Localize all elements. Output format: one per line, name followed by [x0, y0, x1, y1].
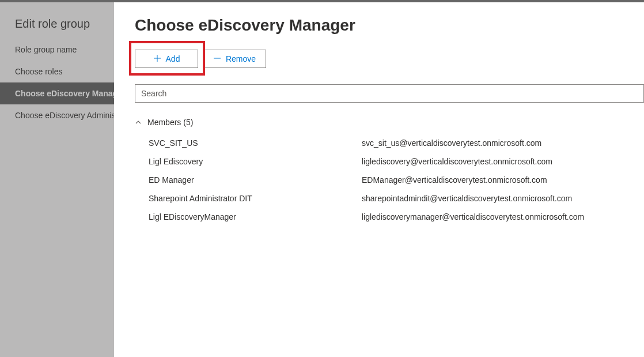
minus-icon	[213, 54, 221, 63]
add-button[interactable]: Add	[135, 50, 198, 68]
toolbar: Add Remove	[135, 50, 644, 68]
main-panel: Choose eDiscovery Manager Add Remove	[114, 2, 644, 357]
member-name: Ligl Ediscovery	[149, 157, 362, 166]
member-name: SVC_SIT_US	[149, 138, 362, 148]
remove-button-label: Remove	[226, 54, 256, 63]
list-item[interactable]: ED Manager EDManager@verticaldiscoveryte…	[135, 171, 644, 189]
app-container: Edit role group Role group name Choose r…	[0, 2, 644, 357]
member-email: sharepointadmindit@verticaldiscoverytest…	[362, 194, 572, 203]
page-title: Choose eDiscovery Manager	[135, 16, 644, 35]
member-name: Sharepoint Administrator DIT	[149, 194, 362, 203]
list-item[interactable]: SVC_SIT_US svc_sit_us@verticaldiscoveryt…	[135, 134, 644, 152]
search-input[interactable]	[135, 84, 644, 103]
list-item[interactable]: Ligl EDiscoveryManager liglediscoveryman…	[135, 208, 644, 226]
sidebar-item-choose-ediscovery-manager[interactable]: Choose eDiscovery Manager	[0, 82, 114, 104]
sidebar-item-choose-roles[interactable]: Choose roles	[0, 61, 114, 82]
member-name: ED Manager	[149, 175, 362, 185]
list-item[interactable]: Ligl Ediscovery liglediscovery@verticald…	[135, 152, 644, 171]
member-email: liglediscovery@verticaldiscoverytest.onm…	[362, 157, 552, 166]
members-header-label: Members (5)	[147, 118, 193, 127]
members-toggle[interactable]: Members (5)	[135, 114, 644, 130]
sidebar-item-choose-ediscovery-administrator[interactable]: Choose eDiscovery Administrator	[0, 104, 114, 126]
sidebar: Edit role group Role group name Choose r…	[0, 2, 114, 357]
add-button-label: Add	[166, 54, 180, 63]
chevron-up-icon	[135, 119, 142, 127]
members-list: SVC_SIT_US svc_sit_us@verticaldiscoveryt…	[135, 134, 644, 226]
member-email: svc_sit_us@verticaldiscoverytest.onmicro…	[362, 138, 541, 148]
plus-icon	[153, 54, 161, 63]
sidebar-item-role-group-name[interactable]: Role group name	[0, 39, 114, 61]
member-name: Ligl EDiscoveryManager	[149, 212, 362, 221]
remove-button[interactable]: Remove	[203, 50, 266, 68]
member-email: liglediscoverymanager@verticaldiscoveryt…	[362, 212, 584, 221]
member-email: EDManager@verticaldiscoverytest.onmicros…	[362, 175, 547, 185]
list-item[interactable]: Sharepoint Administrator DIT sharepointa…	[135, 189, 644, 208]
sidebar-title: Edit role group	[0, 2, 114, 39]
search-wrap	[135, 84, 644, 103]
